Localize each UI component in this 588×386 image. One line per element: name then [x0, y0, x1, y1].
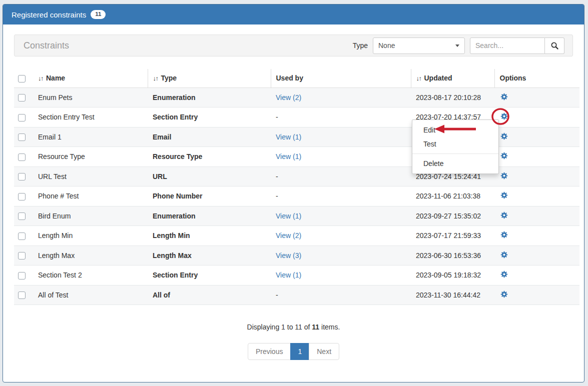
row-type: URL — [153, 172, 167, 180]
header-used-by: Used by — [271, 69, 411, 88]
row-options-button[interactable] — [500, 192, 508, 199]
row-used-by[interactable]: View (2) — [276, 94, 301, 102]
options-context-menu: Edit Test Delete — [412, 120, 499, 174]
panel-heading: Registered constraints 11 — [3, 4, 584, 24]
row-type: Resource Type — [153, 152, 202, 160]
row-checkbox[interactable] — [18, 114, 26, 122]
row-checkbox[interactable] — [18, 212, 26, 220]
row-used-by: - — [276, 113, 278, 121]
page: Registered constraints 11 Constraints Ty… — [0, 0, 588, 386]
row-type: All of — [153, 291, 170, 299]
row-name: Enum Pets — [38, 94, 72, 102]
row-type: Enumeration — [153, 94, 196, 102]
pagination-previous[interactable]: Previous — [248, 343, 291, 360]
row-options-button[interactable] — [500, 231, 508, 238]
table-row: Section Test 2 Section Entry View (1) 20… — [14, 266, 579, 286]
toolbar: Constraints Type None — [14, 34, 573, 56]
row-name: URL Test — [38, 172, 67, 180]
count-badge: 11 — [91, 10, 106, 19]
sort-icon: ↓↑ — [416, 74, 421, 82]
table-row: Phone # Test Phone Number - 2023-11-06 2… — [14, 186, 579, 206]
row-used-by[interactable]: View (1) — [276, 271, 301, 279]
panel-body: Constraints Type None — [3, 24, 584, 360]
row-options-button[interactable] — [500, 112, 508, 120]
row-updated: 2023-09-05 19:18:32 — [416, 271, 481, 279]
row-checkbox[interactable] — [18, 272, 26, 280]
row-checkbox[interactable] — [18, 193, 26, 200]
row-checkbox[interactable] — [18, 232, 26, 240]
table-row: Length Min Length Min View (2) 2023-07-1… — [14, 226, 579, 246]
row-updated: 2023-07-17 21:59:33 — [416, 232, 481, 240]
row-options-button[interactable] — [500, 290, 508, 298]
row-options-button[interactable] — [500, 212, 508, 219]
pagination-next[interactable]: Next — [309, 343, 339, 360]
row-updated: 2023-09-27 15:35:02 — [416, 212, 481, 220]
search-button[interactable] — [545, 38, 564, 54]
menu-item-edit[interactable]: Edit — [412, 123, 498, 137]
row-used-by: - — [276, 291, 278, 299]
row-name: Section Entry Test — [38, 113, 95, 121]
row-checkbox[interactable] — [18, 94, 26, 102]
menu-divider — [412, 154, 498, 154]
row-checkbox[interactable] — [18, 173, 26, 180]
gear-icon — [500, 251, 508, 258]
row-options-button[interactable] — [500, 93, 508, 100]
gear-icon — [500, 93, 508, 100]
menu-item-test[interactable]: Test — [412, 137, 498, 151]
row-name: Phone # Test — [38, 192, 79, 200]
header-type[interactable]: ↓↑Type — [148, 69, 271, 88]
row-used-by[interactable]: View (1) — [276, 133, 301, 141]
row-name: Section Test 2 — [38, 271, 82, 279]
gear-icon — [500, 290, 508, 298]
header-updated[interactable]: ↓↑Updated — [411, 69, 494, 88]
row-name: All of Test — [38, 291, 68, 299]
row-checkbox[interactable] — [18, 292, 26, 299]
row-used-by[interactable]: View (1) — [276, 152, 301, 160]
row-updated: 2023-11-30 16:44:42 — [416, 291, 480, 299]
row-name: Email 1 — [38, 133, 62, 141]
registered-constraints-panel: Registered constraints 11 Constraints Ty… — [3, 4, 584, 382]
row-used-by[interactable]: View (2) — [276, 232, 301, 240]
row-name: Length Min — [38, 232, 73, 240]
row-used-by: - — [276, 192, 278, 200]
gear-icon — [500, 112, 508, 120]
gear-icon — [500, 231, 508, 238]
row-type: Section Entry — [153, 113, 198, 121]
row-type: Section Entry — [153, 271, 198, 279]
row-checkbox[interactable] — [18, 154, 26, 161]
pagination-page-1[interactable]: 1 — [290, 343, 309, 360]
row-options-button[interactable] — [500, 251, 508, 258]
row-used-by: - — [276, 172, 278, 180]
table-row: Bird Enum Enumeration View (1) 2023-09-2… — [14, 206, 579, 226]
type-select[interactable]: None — [373, 38, 465, 54]
toolbar-title: Constraints — [24, 40, 69, 51]
row-options-button[interactable] — [500, 132, 508, 140]
row-type: Length Max — [153, 252, 192, 260]
header-name[interactable]: ↓↑Name — [33, 69, 148, 88]
table-row: All of Test All of - 2023-11-30 16:44:42 — [14, 285, 579, 305]
gear-icon — [500, 192, 508, 199]
row-type: Phone Number — [153, 192, 203, 200]
row-type: Enumeration — [153, 212, 196, 220]
row-used-by[interactable]: View (1) — [276, 212, 301, 220]
row-updated: 2023-11-06 21:03:38 — [416, 192, 480, 200]
row-options-button[interactable] — [500, 270, 508, 278]
search-input[interactable] — [470, 38, 545, 54]
row-type: Length Min — [153, 232, 190, 240]
row-options-button[interactable] — [500, 152, 508, 160]
sort-icon: ↓↑ — [153, 74, 158, 82]
row-name: Bird Enum — [38, 212, 71, 220]
row-checkbox[interactable] — [18, 134, 26, 141]
row-updated: 2023-06-30 16:53:36 — [416, 252, 481, 260]
menu-item-delete[interactable]: Delete — [412, 156, 498, 170]
row-used-by[interactable]: View (3) — [276, 252, 301, 260]
row-options-button[interactable] — [500, 172, 508, 180]
row-checkbox[interactable] — [18, 252, 26, 260]
gear-icon — [500, 270, 508, 278]
constraints-table: ↓↑Name ↓↑Type Used by ↓↑Updated Options — [14, 69, 579, 305]
row-name: Resource Type — [38, 152, 85, 160]
gear-icon — [500, 152, 508, 160]
gear-icon — [500, 212, 508, 219]
row-type: Email — [153, 133, 171, 141]
select-all-checkbox[interactable] — [18, 75, 26, 82]
